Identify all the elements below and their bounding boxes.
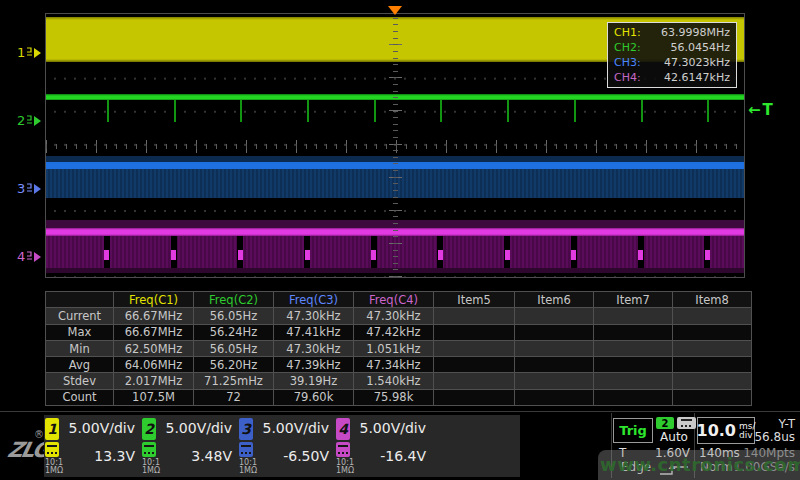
ground-icon [26,113,33,128]
count-c3: 79.60k [274,390,353,405]
ch2-scale: 5.00V/div [165,420,232,436]
registered-mark: ® [34,429,44,440]
max-c1: 66.67MHz [114,325,193,340]
ground-icon [26,249,33,264]
ch2-position-marker[interactable]: 2 [17,113,41,128]
table-header-freq-c3[interactable]: Freq(C3) [274,292,353,307]
ch2-marker-number: 2 [17,113,25,128]
max-c2: 56.24Hz [194,325,273,340]
right-arrow-icon [34,48,41,58]
count-item5 [434,390,514,405]
left-arrow-icon: ← [748,101,763,119]
ch1-marker-number: 1 [17,45,25,60]
row-label-count: Count [46,390,113,405]
dc-coupling-icon [239,442,253,457]
oscilloscope-screen: ←T 1 2 3 4 CH1: 63.9998MHz CH2: 56.0454H… [0,0,800,480]
stdev-c3: 39.19Hz [274,373,353,388]
right-arrow-icon [34,252,41,262]
current-c3: 47.30kHz [274,308,353,323]
ch1-frequency: 63.9998MHz [661,26,730,39]
ch3-scale: 5.00V/div [262,420,329,436]
avg-c4: 47.34kHz [354,357,433,372]
trigger-position-marker-icon[interactable] [388,6,402,15]
row-label-stdev: Stdev [46,373,113,388]
freq-row-ch2: CH2: 56.0454Hz [614,41,730,54]
watermark: www.cntronics.com [600,454,800,475]
trigger-delay: 56.8us [745,430,795,444]
max-item8 [673,325,751,340]
min-item7 [594,341,672,356]
current-item7 [594,308,672,323]
stdev-item6 [515,373,593,388]
ch1-settings-panel[interactable]: 1 10:11MΩ 5.00V/div 13.3V [44,415,141,477]
ch4-label: CH4: [614,71,641,84]
max-item5 [434,325,514,340]
max-c4: 47.42kHz [354,325,433,340]
ground-icon [26,45,33,60]
ch3-position-marker[interactable]: 3 [17,181,41,196]
ch1-label: CH1: [614,26,641,39]
ch1-position-marker[interactable]: 1 [17,45,41,60]
trigger-sweep-mode: Auto [651,430,697,444]
right-arrow-icon [34,184,41,194]
row-label-avg: Avg [46,357,113,372]
min-c3: 47.30kHz [274,341,353,356]
ch2-offset: 3.48V [191,448,232,464]
max-c3: 47.41kHz [274,325,353,340]
min-item8 [673,341,751,356]
ch3-label: CH3: [614,56,641,69]
dc-coupling-icon [45,442,59,457]
stdev-item5 [434,373,514,388]
trigger-level-indicator[interactable]: ←T [748,101,775,119]
frequency-readout-panel: CH1: 63.9998MHz CH2: 56.0454Hz CH3: 47.3… [607,22,737,88]
trigger-level-label: T [763,101,775,119]
stdev-c1: 2.017MHz [114,373,193,388]
ch3-frequency: 47.3023kHz [664,56,730,69]
ch4-frequency: 42.6147kHz [664,71,730,84]
ch3-settings-panel[interactable]: 3 10:11MΩ 5.00V/div -6.50V [238,415,335,477]
table-header-freq-c2[interactable]: Freq(C2) [194,292,273,307]
min-item6 [515,341,593,356]
table-header-item6[interactable]: Item6 [515,292,593,307]
max-item7 [594,325,672,340]
ch2-label: CH2: [614,41,641,54]
row-label-current: Current [46,308,113,323]
avg-c3: 47.39kHz [274,357,353,372]
trigger-status-button[interactable]: Trig [613,418,653,443]
ch1-offset: 13.3V [94,448,135,464]
dc-coupling-icon [336,442,350,457]
stdev-c2: 71.25mHz [194,373,273,388]
ch3-badge: 3 [239,418,253,440]
ch3-probe-info: 10:11MΩ [239,459,257,475]
row-label-min: Min [46,341,113,356]
ch4-position-marker[interactable]: 4 [17,249,41,264]
ground-icon [26,181,33,196]
trigger-source-badge: 2 [656,417,674,429]
stdev-item7 [594,373,672,388]
dc-coupling-icon [142,442,156,457]
ch4-offset: -16.4V [380,448,426,464]
ch1-probe-info: 10:11MΩ [45,459,63,475]
min-c2: 56.05Hz [194,341,273,356]
table-header-item5[interactable]: Item5 [434,292,514,307]
min-c4: 1.051kHz [354,341,433,356]
empty-settings-slot[interactable] [432,415,520,477]
freq-row-ch1: CH1: 63.9998MHz [614,26,730,39]
ch4-badge: 4 [336,418,350,440]
display-mode: Y-T [755,417,795,431]
table-header-freq-c1[interactable]: Freq(C1) [114,292,193,307]
right-arrow-icon [34,116,41,126]
ch4-settings-panel[interactable]: 4 10:11MΩ 5.00V/div -16.4V [335,415,432,477]
ch4-marker-number: 4 [17,249,25,264]
ch4-scale: 5.00V/div [359,420,426,436]
ch2-badge: 2 [142,418,156,440]
freq-row-ch3: CH3: 47.3023kHz [614,56,730,69]
table-header-freq-c4[interactable]: Freq(C4) [354,292,433,307]
table-header-item7[interactable]: Item7 [594,292,672,307]
table-header-item8[interactable]: Item8 [673,292,751,307]
avg-item5 [434,357,514,372]
avg-item8 [673,357,751,372]
ch2-settings-panel[interactable]: 2 10:11MΩ 5.00V/div 3.48V [141,415,238,477]
current-c2: 56.05Hz [194,308,273,323]
ch2-probe-info: 10:11MΩ [142,459,160,475]
